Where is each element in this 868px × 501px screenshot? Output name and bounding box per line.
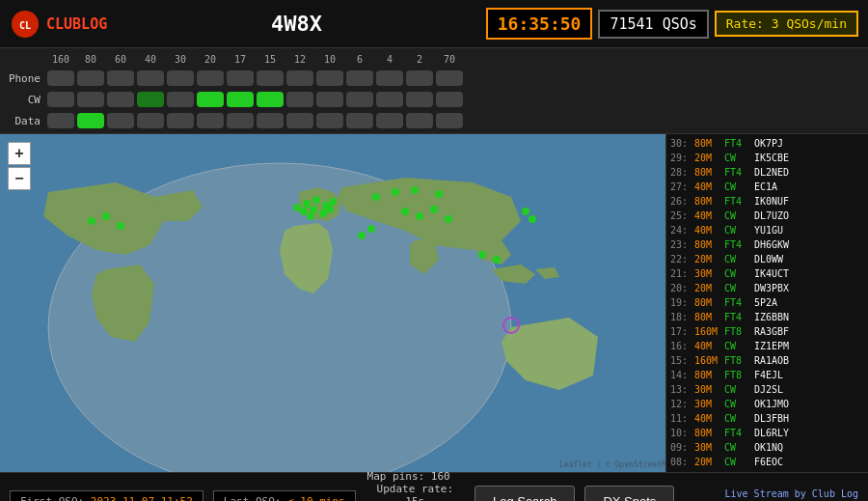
log-num: 25: <box>670 209 692 223</box>
update-rate-label: Update rate: <box>377 483 453 495</box>
log-num: 13: <box>670 382 692 397</box>
zoom-in-button[interactable]: + <box>8 142 31 165</box>
phone-80 <box>77 70 104 86</box>
log-mode: CW <box>724 411 751 426</box>
data-60 <box>107 113 134 128</box>
phone-70 <box>436 70 463 86</box>
log-mode: FT4 <box>724 426 751 440</box>
main-content: Leaflet | © OpenStreetMap contributors +… <box>0 134 868 472</box>
data-80 <box>77 113 104 128</box>
cw-40 <box>137 92 164 107</box>
log-band: 80M <box>694 194 721 209</box>
log-num: 16: <box>670 339 692 353</box>
log-search-button[interactable]: Log Search <box>475 486 576 501</box>
svg-point-13 <box>326 206 334 213</box>
log-call: OK1JMO <box>754 397 789 411</box>
log-num: 09: <box>670 440 692 455</box>
log-band: 80M <box>694 237 721 252</box>
last-qso-box: Last QSO: < 10 mins <box>213 490 356 501</box>
svg-point-27 <box>102 212 110 220</box>
log-num: 17: <box>670 324 692 339</box>
first-qso-value: 2023-11-07 11:52 <box>91 495 193 501</box>
log-call: DL2NED <box>754 165 789 180</box>
log-mode: CW <box>724 209 751 223</box>
data-2 <box>406 113 433 128</box>
phone-30 <box>167 70 194 86</box>
log-call: DL7UZO <box>754 209 789 223</box>
log-entry: 10:80MFT4DL6RLY <box>670 426 864 440</box>
log-band: 80M <box>694 310 721 324</box>
svg-text:Leaflet | © OpenStreetMap cont: Leaflet | © OpenStreetMap contributors <box>559 460 665 469</box>
dx-spots-button[interactable]: DX Spots <box>584 486 674 501</box>
cw-4 <box>376 92 403 107</box>
footer-middle: Map pins: 160 Update rate: 15s Heartbeat… <box>366 470 465 501</box>
log-entry: 18:80MFT4IZ6BBN <box>670 310 864 324</box>
log-band: 40M <box>694 339 721 353</box>
phone-40 <box>137 70 164 86</box>
data-4 <box>376 113 403 128</box>
data-12 <box>286 113 313 128</box>
band-header-12: 12 <box>286 54 313 65</box>
band-header-4: 4 <box>376 54 403 65</box>
log-call: F6EOC <box>754 455 783 469</box>
log-entry: 27:40MCWEC1A <box>670 180 864 194</box>
svg-point-29 <box>358 232 366 239</box>
cw-60 <box>107 92 134 107</box>
phone-2 <box>406 70 433 86</box>
log-num: 14: <box>670 368 692 382</box>
live-stream-link[interactable]: Live Stream by Club Log <box>725 488 858 499</box>
band-header-160: 160 <box>47 54 74 65</box>
map-container[interactable]: Leaflet | © OpenStreetMap contributors +… <box>0 134 665 472</box>
band-header-70: 70 <box>436 54 463 65</box>
log-mode: CW <box>724 281 751 295</box>
band-header-15: 15 <box>257 54 284 65</box>
stats-area: 16:35:50 71541 QSOs Rate: 3 QSOs/min <box>486 8 858 40</box>
first-qso-box: First QSO: 2023-11-07 11:52 <box>10 490 203 501</box>
cw-label: CW <box>6 94 44 106</box>
log-mode: CW <box>724 151 751 165</box>
data-70 <box>436 113 463 128</box>
cw-30 <box>167 92 194 107</box>
svg-point-23 <box>493 256 501 264</box>
data-10 <box>316 113 343 128</box>
log-entry: 24:40MCWYU1GU <box>670 223 864 237</box>
phone-row: Phone <box>6 68 862 89</box>
band-header-row: 160 80 60 40 30 20 17 15 12 10 6 4 2 70 <box>6 50 862 68</box>
log-call: DL6RLY <box>754 426 789 440</box>
phone-12 <box>286 70 313 86</box>
cw-70 <box>436 92 463 107</box>
zoom-out-button[interactable]: − <box>8 167 31 190</box>
log-band: 160M <box>694 353 721 368</box>
rate-display: Rate: 3 QSOs/min <box>715 11 858 37</box>
log-entry: 15:160MFT8RA1AOB <box>670 353 864 368</box>
data-17 <box>227 113 254 128</box>
log-mode: CW <box>724 252 751 266</box>
log-mode: FT8 <box>724 324 751 339</box>
cw-12 <box>286 92 313 107</box>
band-header-6: 6 <box>346 54 373 65</box>
log-band: 80M <box>694 165 721 180</box>
log-call: DH6GKW <box>754 237 789 252</box>
log-mode: CW <box>724 223 751 237</box>
log-num: 28: <box>670 165 692 180</box>
logo-text: CLUBLOG <box>46 15 107 33</box>
log-band: 20M <box>694 151 721 165</box>
footer-links: Live Stream by Club Log Documentation | … <box>684 487 858 502</box>
svg-point-18 <box>372 193 380 201</box>
log-band: 30M <box>694 440 721 455</box>
log-call: RA3GBF <box>754 324 789 339</box>
log-entry: 07:150MFT8US2YW <box>670 469 864 472</box>
cw-80 <box>77 92 104 107</box>
log-call: IK5CBE <box>754 151 789 165</box>
log-entry: 22:20MCWDL0WW <box>670 252 864 266</box>
log-call: IK4UCT <box>754 266 789 281</box>
log-panel: 30:80MFT4OK7PJ29:20MCWIK5CBE28:80MFT4DL2… <box>665 134 868 472</box>
data-row: Data <box>6 110 862 131</box>
svg-point-17 <box>445 215 452 223</box>
log-call: DW3PBX <box>754 281 789 295</box>
log-num: 27: <box>670 180 692 194</box>
log-band: 80M <box>694 368 721 382</box>
svg-point-22 <box>478 251 486 259</box>
svg-point-9 <box>300 208 308 215</box>
log-entry: 23:80MFT4DH6GKW <box>670 237 864 252</box>
